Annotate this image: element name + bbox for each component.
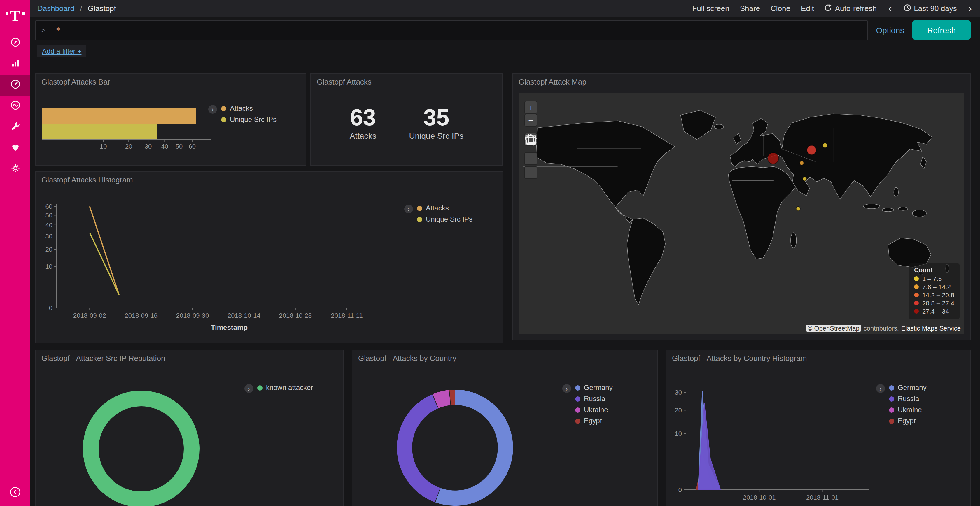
legend-toggle-icon[interactable]: › xyxy=(208,105,217,114)
refresh-button[interactable]: Refresh xyxy=(912,21,970,40)
breadcrumb-dashboard-link[interactable]: Dashboard xyxy=(37,4,75,13)
legend-color-dot xyxy=(417,206,422,211)
draw-rectangle-button[interactable] xyxy=(524,166,537,179)
sidebar-item-timelion[interactable] xyxy=(0,95,30,117)
breadcrumb-separator: / xyxy=(80,4,82,13)
legend-item[interactable]: Ukraine xyxy=(889,406,927,414)
full-screen-button[interactable]: Full screen xyxy=(692,4,729,13)
bar-chart-icon xyxy=(10,57,21,71)
map-canvas[interactable]: + − Count1 – 7.67.6 – 14.214.2 – 20.820.… xyxy=(519,93,964,334)
map-marker[interactable] xyxy=(823,143,827,148)
panel-title: Glastopf - Attacker Src IP Reputation xyxy=(41,354,165,363)
sidebar-item-monitoring[interactable] xyxy=(0,138,30,159)
legend-label: Germany xyxy=(584,384,613,392)
sidebar-item-discover[interactable] xyxy=(0,33,30,54)
telekom-logo[interactable]: T xyxy=(0,0,30,33)
map-marker[interactable] xyxy=(768,153,779,164)
query-text: * xyxy=(56,25,60,35)
sidebar-item-management[interactable] xyxy=(0,159,30,179)
breadcrumb-current: Glastopf xyxy=(88,4,116,13)
add-filter-link[interactable]: Add a filter + xyxy=(37,46,86,57)
panel-title: Glastopf Attacks Bar xyxy=(41,78,110,86)
legend-label: Russia xyxy=(898,395,919,403)
legend-label: Attacks xyxy=(230,104,253,113)
metric-value: 63 xyxy=(350,106,377,129)
legend-color-dot xyxy=(221,106,226,111)
legend-item[interactable]: Ukraine xyxy=(575,406,613,414)
sidebar-item-dashboard[interactable] xyxy=(0,75,30,95)
legend-range-label: 14.2 – 20.8 xyxy=(922,292,955,298)
map-legend-title: Count xyxy=(914,266,955,273)
bar-Unique Src IPs[interactable] xyxy=(42,124,157,139)
legend-item[interactable]: Germany xyxy=(575,384,613,392)
svg-text:20: 20 xyxy=(125,143,132,150)
panel-country-histogram: Glastopf - Attacks by Country Histogram … xyxy=(666,350,970,506)
time-forward-button[interactable]: › xyxy=(967,3,973,13)
time-back-button[interactable]: ‹ xyxy=(887,3,893,13)
sidebar-item-dev-tools[interactable] xyxy=(0,117,30,138)
svg-text:2018-10-14: 2018-10-14 xyxy=(228,312,261,319)
legend-item[interactable]: Germany xyxy=(889,384,927,392)
svg-text:30: 30 xyxy=(675,389,682,396)
legend-item[interactable]: Russia xyxy=(889,395,927,403)
slice-Germany[interactable] xyxy=(435,389,513,506)
map-legend-item: 1 – 7.6 xyxy=(914,275,955,282)
legend-item[interactable]: Egypt xyxy=(889,417,927,425)
legend-toggle-icon[interactable]: › xyxy=(404,205,413,213)
legend-toggle-icon[interactable]: › xyxy=(244,384,253,393)
slice-Russia[interactable] xyxy=(397,394,441,503)
edit-button[interactable]: Edit xyxy=(801,4,814,13)
clone-button[interactable]: Clone xyxy=(771,4,791,13)
country-area-chart: 01020302018-10-012018-11-01 xyxy=(666,351,970,506)
legend-color-dot xyxy=(221,117,226,122)
sidebar-item-visualize[interactable] xyxy=(0,54,30,75)
breadcrumb: Dashboard / Glastopf xyxy=(37,4,116,13)
osm-attribution-link[interactable]: © OpenStreetMap xyxy=(806,325,861,332)
wrench-icon xyxy=(10,121,21,134)
legend: ›GermanyRussiaUkraineEgypt xyxy=(562,384,613,428)
map-marker[interactable] xyxy=(803,177,807,181)
panel-attacks-histogram: Glastopf Attacks Histogram 0102030405060… xyxy=(35,171,503,343)
legend-item[interactable]: Egypt xyxy=(575,417,613,425)
legend-toggle-icon[interactable]: › xyxy=(876,384,885,393)
slice-known attacker[interactable] xyxy=(91,398,192,499)
map-marker[interactable] xyxy=(796,207,800,211)
legend: ›GermanyRussiaUkraineEgypt xyxy=(876,384,927,428)
query-bar: >_ * Options Refresh xyxy=(30,17,980,43)
legend-item[interactable]: Russia xyxy=(575,395,613,403)
share-button[interactable]: Share xyxy=(740,4,760,13)
time-range-button[interactable]: Last 90 days xyxy=(903,4,957,13)
line-Unique Src IPs[interactable] xyxy=(89,233,119,295)
legend-color-dot xyxy=(914,276,919,281)
legend-label: known attacker xyxy=(266,384,313,392)
svg-text:40: 40 xyxy=(161,143,168,150)
metric-label: Unique Src IPs xyxy=(409,131,464,141)
svg-text:0: 0 xyxy=(49,304,52,312)
gauge-icon xyxy=(10,78,21,92)
bar-Attacks[interactable] xyxy=(42,108,196,124)
sidebar: T xyxy=(0,0,30,506)
legend-item[interactable]: Unique Src IPs xyxy=(221,116,277,124)
map-marker[interactable] xyxy=(807,146,816,155)
panel-attacks-bar: Glastopf Attacks Bar 102030405060 ›Attac… xyxy=(35,73,306,165)
search-input[interactable]: >_ * xyxy=(35,20,868,40)
svg-text:30: 30 xyxy=(145,143,152,150)
legend-toggle-icon[interactable]: › xyxy=(562,384,571,393)
auto-refresh-button[interactable]: Auto-refresh xyxy=(824,4,877,13)
legend-item[interactable]: Attacks xyxy=(417,204,473,212)
legend-item[interactable]: Attacks xyxy=(221,104,277,113)
map-controls: + − xyxy=(524,101,537,179)
elastic-maps-attribution[interactable]: Elastic Maps Service xyxy=(901,325,961,332)
legend-item[interactable]: known attacker xyxy=(257,384,313,392)
legend-color-dot xyxy=(914,309,919,314)
line-Attacks[interactable] xyxy=(89,206,119,295)
legend-item[interactable]: Unique Src IPs xyxy=(417,215,473,223)
gear-icon xyxy=(10,162,21,176)
clock-icon xyxy=(903,4,911,13)
options-link[interactable]: Options xyxy=(876,25,904,35)
svg-text:60: 60 xyxy=(189,143,196,150)
sidebar-collapse-button[interactable] xyxy=(0,486,30,500)
map-marker[interactable] xyxy=(800,161,804,165)
heartbeat-icon xyxy=(10,141,21,155)
map-legend: Count1 – 7.67.6 – 14.214.2 – 20.820.8 – … xyxy=(909,263,959,319)
